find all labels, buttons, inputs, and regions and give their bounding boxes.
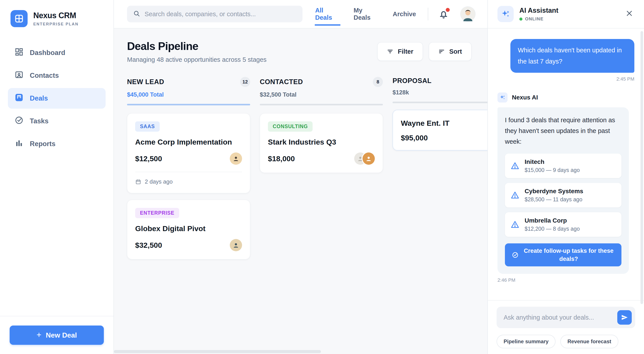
assignee-avatar bbox=[230, 239, 242, 251]
sort-label: Sort bbox=[449, 48, 462, 55]
deal-card-acme[interactable]: SAAS Acme Corp Implementation $12,500 2 … bbox=[127, 113, 250, 193]
suggestion-chips: Pipeline summary Revenue forecast bbox=[496, 335, 635, 348]
warning-icon bbox=[510, 220, 519, 229]
cta-label: Create follow-up tasks for these deals? bbox=[523, 247, 615, 263]
notifications-button[interactable] bbox=[438, 8, 449, 20]
kanban-icon bbox=[14, 93, 24, 104]
ai-message-text: I found 3 deals that require attention a… bbox=[505, 115, 622, 147]
stale-deal-name: Initech bbox=[524, 158, 580, 166]
stale-deal-item-umbrella[interactable]: Umbrella Corp $12,200 — 8 days ago bbox=[505, 212, 622, 237]
sidebar-nav: Dashboard Contacts Deals Tasks bbox=[0, 36, 114, 154]
close-panel-button[interactable] bbox=[624, 8, 634, 20]
sidebar-item-label: Reports bbox=[30, 140, 56, 148]
deal-title: Stark Industries Q3 bbox=[268, 138, 375, 146]
column-contacted: CONTACTED 8 $32,500 Total CONSULTING Sta… bbox=[260, 77, 383, 259]
main-area: All Deals My Deals Archive Deals Pipelin… bbox=[114, 0, 488, 354]
topbar: All Deals My Deals Archive bbox=[114, 0, 488, 28]
column-new-lead: NEW LEAD 12 $45,000 Total SAAS Acme Corp… bbox=[127, 77, 250, 259]
deal-card-stark[interactable]: CONSULTING Stark Industries Q3 $18,000 bbox=[260, 113, 383, 173]
column-progress-bar bbox=[392, 102, 488, 103]
stale-deal-item-cyberdyne[interactable]: Cyberdyne Systems $28,500 — 11 days ago bbox=[505, 183, 622, 208]
stale-deal-name: Umbrella Corp bbox=[524, 217, 580, 224]
deal-card-wayne[interactable]: Wayne Ent. IT $95,000 bbox=[392, 110, 488, 150]
app-name: Nexus CRM bbox=[33, 11, 79, 20]
deal-tag: ENTERPRISE bbox=[135, 208, 179, 218]
deal-updated: 2 days ago bbox=[145, 178, 172, 185]
deal-amount: $18,000 bbox=[268, 154, 295, 163]
deal-tag: CONSULTING bbox=[268, 121, 312, 132]
sidebar-item-contacts[interactable]: Contacts bbox=[8, 65, 106, 86]
app-plan-badge: ENTERPRISE PLAN bbox=[33, 22, 79, 26]
sidebar-item-label: Deals bbox=[30, 94, 48, 102]
tab-all-deals[interactable]: All Deals bbox=[315, 4, 340, 26]
horizontal-scrollbar-thumb[interactable] bbox=[114, 350, 321, 353]
assignee-avatar bbox=[230, 152, 242, 165]
sort-button[interactable]: Sort bbox=[429, 42, 472, 61]
ai-sender-name: Nexus AI bbox=[512, 94, 538, 101]
stale-deal-name: Cyberdyne Systems bbox=[524, 188, 583, 195]
new-deal-label: New Deal bbox=[46, 331, 77, 339]
stale-deal-detail: $28,500 — 11 days ago bbox=[524, 196, 583, 203]
online-status-label: ONLINE bbox=[525, 16, 544, 22]
user-avatar[interactable] bbox=[461, 7, 475, 21]
deal-title: Wayne Ent. IT bbox=[401, 119, 488, 128]
filter-button[interactable]: Filter bbox=[377, 42, 423, 61]
stale-deal-detail: $15,000 — 9 days ago bbox=[524, 167, 580, 173]
sidebar-item-deals[interactable]: Deals bbox=[8, 88, 106, 109]
app-logo-icon bbox=[10, 10, 28, 27]
stale-deal-item-initech[interactable]: Initech $15,000 — 9 days ago bbox=[505, 154, 622, 178]
search-input[interactable] bbox=[144, 10, 296, 18]
column-total: $128k bbox=[392, 89, 488, 96]
check-circle-icon bbox=[512, 252, 519, 258]
ai-assistant-panel: AI Assistant ONLINE Which deals haven't … bbox=[488, 0, 644, 354]
deal-amount: $32,500 bbox=[135, 241, 162, 250]
warning-icon bbox=[510, 162, 519, 170]
ai-message-bubble: I found 3 deals that require attention a… bbox=[498, 107, 629, 274]
assignee-avatar bbox=[362, 152, 375, 165]
vertical-scrollbar-thumb[interactable] bbox=[640, 31, 643, 304]
search-box[interactable] bbox=[127, 6, 302, 22]
column-name: NEW LEAD bbox=[127, 78, 164, 86]
stale-deal-detail: $12,200 — 8 days ago bbox=[524, 226, 580, 232]
deal-card-globex[interactable]: ENTERPRISE Globex Digital Pivot $32,500 bbox=[127, 200, 250, 259]
chip-revenue-forecast[interactable]: Revenue forecast bbox=[560, 335, 618, 348]
check-circle-icon bbox=[14, 116, 24, 126]
tab-my-deals[interactable]: My Deals bbox=[353, 4, 380, 26]
app-window: Nexus CRM ENTERPRISE PLAN Dashboard Cont… bbox=[0, 0, 644, 354]
deal-amount: $12,500 bbox=[135, 154, 162, 163]
ai-panel-header: AI Assistant ONLINE bbox=[488, 0, 644, 28]
deal-amount: $95,000 bbox=[401, 134, 428, 142]
ai-input-box[interactable] bbox=[496, 307, 635, 328]
deal-title: Acme Corp Implementation bbox=[135, 138, 242, 146]
create-followup-tasks-button[interactable]: Create follow-up tasks for these deals? bbox=[505, 244, 622, 266]
chat-history: Which deals haven't been updated in the … bbox=[488, 28, 644, 300]
sidebar-footer: + New Deal bbox=[0, 316, 114, 354]
new-deal-button[interactable]: + New Deal bbox=[10, 326, 104, 345]
sort-icon bbox=[438, 48, 445, 55]
column-name: CONTACTED bbox=[260, 78, 303, 86]
sidebar-item-dashboard[interactable]: Dashboard bbox=[8, 42, 106, 63]
send-button[interactable] bbox=[617, 310, 632, 325]
column-count-badge: 12 bbox=[240, 77, 250, 87]
filter-label: Filter bbox=[398, 48, 413, 55]
dashboard-icon bbox=[14, 47, 24, 58]
send-icon bbox=[621, 314, 628, 321]
contacts-icon bbox=[14, 70, 24, 81]
chip-pipeline-summary[interactable]: Pipeline summary bbox=[496, 335, 556, 348]
sidebar-item-label: Dashboard bbox=[30, 49, 65, 57]
pipeline-content: Deals Pipeline Managing 48 active opport… bbox=[114, 28, 488, 354]
user-message-time: 2:45 PM bbox=[498, 76, 634, 82]
sidebar-item-reports[interactable]: Reports bbox=[8, 134, 106, 154]
ai-composer: Pipeline summary Revenue forecast bbox=[488, 300, 644, 354]
tab-archive[interactable]: Archive bbox=[392, 8, 416, 22]
column-total: $45,000 Total bbox=[127, 91, 250, 98]
ai-avatar-sparkles-icon bbox=[498, 92, 508, 102]
deal-title: Globex Digital Pivot bbox=[135, 224, 242, 233]
calendar-icon bbox=[135, 179, 141, 185]
notification-badge-dot bbox=[446, 8, 450, 12]
sparkles-icon bbox=[498, 6, 514, 22]
page-title: Deals Pipeline bbox=[127, 40, 266, 52]
sidebar-item-tasks[interactable]: Tasks bbox=[8, 111, 106, 132]
ai-input[interactable] bbox=[504, 314, 617, 321]
column-progress-bar bbox=[127, 104, 250, 105]
